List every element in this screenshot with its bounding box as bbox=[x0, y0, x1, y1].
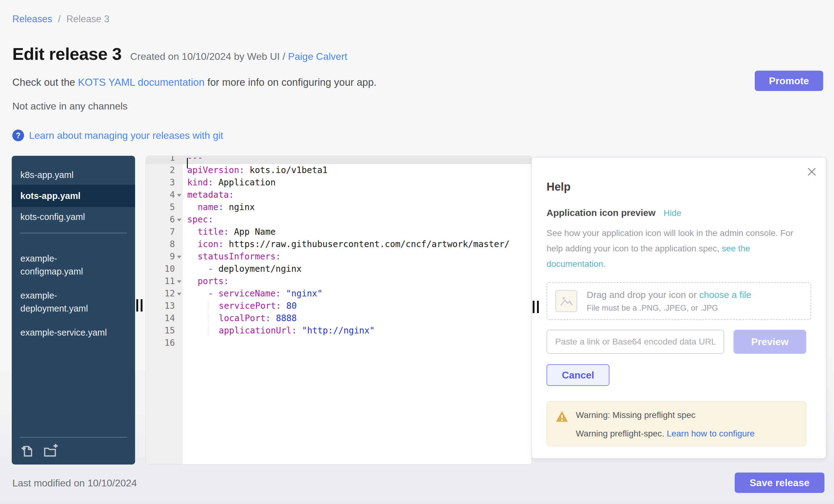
code-token: "http://nginx" bbox=[297, 325, 375, 335]
created-author-link[interactable]: Paige Calvert bbox=[288, 51, 347, 62]
sidebar-file-k8s-app.yaml[interactable]: k8s-app.yaml bbox=[12, 165, 135, 185]
kots-yaml-docs-link[interactable]: KOTS YAML documentation bbox=[78, 76, 204, 88]
gutter-line-2: 2 bbox=[146, 164, 183, 176]
gutter-line-7: 7 bbox=[146, 226, 183, 238]
gutter-line-15: 15 bbox=[146, 325, 183, 337]
editor-gutter: 12345678910111213141516 bbox=[146, 156, 183, 464]
gutter-line-8: 8 bbox=[146, 238, 183, 250]
code-token: spec: bbox=[187, 214, 213, 224]
code-token: ports: bbox=[198, 276, 229, 286]
gutter-inner: 12345678910111213141516 bbox=[146, 156, 183, 349]
code-line-16[interactable] bbox=[183, 337, 532, 349]
code-token bbox=[187, 227, 198, 237]
code-token: https://raw.githubusercontent.com/cncf/a… bbox=[224, 239, 509, 249]
code-line-1[interactable]: --- bbox=[183, 156, 532, 164]
drop-instruction: Drag and drop your icon or bbox=[587, 290, 699, 300]
breadcrumb-separator: / bbox=[58, 14, 61, 24]
icon-dropzone[interactable]: Drag and drop your icon or choose a file… bbox=[547, 282, 811, 320]
code-token: statusInformers: bbox=[198, 251, 281, 262]
code-token bbox=[208, 313, 219, 323]
code-token: 8888 bbox=[271, 313, 297, 323]
question-icon[interactable]: ? bbox=[12, 130, 24, 141]
code-line-10[interactable]: - deployment/nginx bbox=[183, 263, 532, 275]
breadcrumb-releases-link[interactable]: Releases bbox=[12, 14, 52, 24]
code-line-14[interactable]: localPort: 8888 bbox=[183, 312, 532, 325]
code-line-8[interactable]: icon: https://raw.githubusercontent.com/… bbox=[183, 238, 532, 250]
sidebar-divider bbox=[20, 233, 127, 233]
add-file-icon[interactable] bbox=[20, 443, 34, 459]
git-releases-link[interactable]: Learn about managing your releases with … bbox=[29, 130, 223, 141]
file-type-note: File must be a .PNG, .JPEG, or .JPG bbox=[587, 303, 751, 313]
code-line-3[interactable]: kind: Application bbox=[183, 176, 532, 189]
fold-arrow-icon[interactable] bbox=[177, 280, 181, 283]
image-placeholder-icon bbox=[555, 290, 577, 312]
add-folder-icon[interactable] bbox=[43, 443, 59, 459]
preflight-warning-box: Warning: Missing preflight spec Warning … bbox=[547, 401, 806, 446]
code-token: deployment/nginx bbox=[218, 264, 302, 274]
sidebar-file-example-deployment.yaml[interactable]: example-deployment.yaml bbox=[12, 286, 116, 318]
help-panel-title: Help bbox=[547, 180, 811, 193]
gutter-line-13: 13 bbox=[146, 300, 183, 312]
sidebar-file-kots-app.yaml[interactable]: kots-app.yaml bbox=[12, 185, 135, 207]
code-token bbox=[187, 202, 198, 212]
sidebar-file-example-configmap.yaml[interactable]: example-configmap.yaml bbox=[12, 248, 116, 281]
code-token bbox=[208, 325, 219, 335]
hide-link[interactable]: Hide bbox=[663, 208, 681, 218]
gutter-line-4: 4 bbox=[146, 189, 183, 201]
code-line-7[interactable]: title: App Name bbox=[183, 226, 532, 238]
yaml-editor[interactable]: 12345678910111213141516 ---apiVersion: k… bbox=[146, 156, 532, 464]
editor-code-area[interactable]: ---apiVersion: kots.io/v1beta1kind: Appl… bbox=[183, 156, 532, 464]
code-line-11[interactable]: ports: bbox=[183, 275, 532, 287]
main-content: k8s-app.yamlkots-app.yamlkots-config.yam… bbox=[12, 156, 826, 464]
code-line-15[interactable]: applicationUrl: "http://nginx" bbox=[183, 325, 532, 337]
file-list-primary: k8s-app.yamlkots-app.yamlkots-config.yam… bbox=[12, 156, 135, 227]
code-line-6[interactable]: spec: bbox=[183, 214, 532, 226]
choose-file-link[interactable]: choose a file bbox=[699, 290, 751, 300]
code-token bbox=[208, 301, 219, 311]
code-token: kind: bbox=[187, 177, 213, 188]
code-line-13[interactable]: servicePort: 80 bbox=[183, 300, 532, 312]
warning-body-text: Warning preflight-spec. bbox=[576, 429, 667, 438]
warning-icon bbox=[555, 410, 568, 439]
resize-handle-right[interactable] bbox=[533, 301, 539, 313]
sidebar-file-kots-config.yaml[interactable]: kots-config.yaml bbox=[12, 207, 135, 227]
last-modified: Last modified on 10/10/2024 bbox=[12, 478, 137, 489]
fold-arrow-icon[interactable] bbox=[177, 219, 181, 221]
code-inner: ---apiVersion: kots.io/v1beta1kind: Appl… bbox=[183, 156, 532, 349]
code-token bbox=[187, 288, 208, 299]
code-line-5[interactable]: name: nginx bbox=[183, 201, 532, 214]
paste-row: Preview bbox=[547, 330, 811, 354]
code-token: servicePort: bbox=[219, 301, 281, 311]
gutter-line-16: 16 bbox=[146, 337, 183, 349]
learn-configure-link[interactable]: Learn how to configure bbox=[667, 429, 755, 438]
code-token bbox=[187, 325, 208, 335]
close-icon[interactable] bbox=[806, 166, 818, 179]
docs-note-after: for more info on configuring your app. bbox=[204, 76, 377, 88]
icon-url-input[interactable] bbox=[547, 330, 724, 354]
gutter-line-11: 11 bbox=[146, 275, 183, 287]
save-release-button[interactable]: Save release bbox=[735, 473, 825, 493]
sidebar-file-example-service.yaml[interactable]: example-service.yaml bbox=[12, 323, 116, 342]
cancel-button[interactable]: Cancel bbox=[547, 364, 610, 386]
text-cursor bbox=[187, 158, 188, 169]
code-line-4[interactable]: metadata: bbox=[183, 189, 532, 201]
code-token bbox=[187, 264, 208, 274]
docs-note: Check out the KOTS YAML documentation fo… bbox=[12, 76, 377, 88]
fold-arrow-icon[interactable] bbox=[177, 194, 181, 197]
git-help-row: ? Learn about managing your releases wit… bbox=[12, 130, 223, 141]
fold-arrow-icon[interactable] bbox=[177, 293, 181, 295]
resize-handle-left[interactable] bbox=[136, 299, 142, 311]
code-line-9[interactable]: statusInformers: bbox=[183, 250, 532, 263]
code-token: 80 bbox=[281, 301, 297, 311]
code-token bbox=[187, 239, 198, 249]
code-token: - serviceName: bbox=[208, 288, 281, 299]
fold-arrow-icon[interactable] bbox=[177, 256, 181, 259]
promote-button[interactable]: Promote bbox=[755, 71, 823, 91]
code-line-2[interactable]: apiVersion: kots.io/v1beta1 bbox=[183, 164, 532, 176]
code-token bbox=[187, 251, 198, 262]
description-period: . bbox=[603, 259, 606, 269]
description-text: See how your application icon will look … bbox=[547, 228, 793, 253]
preview-button[interactable]: Preview bbox=[733, 330, 806, 354]
code-line-12[interactable]: - serviceName: "nginx" bbox=[183, 287, 532, 300]
created-line: Created on 10/10/2024 by Web UI / Paige … bbox=[130, 51, 347, 62]
